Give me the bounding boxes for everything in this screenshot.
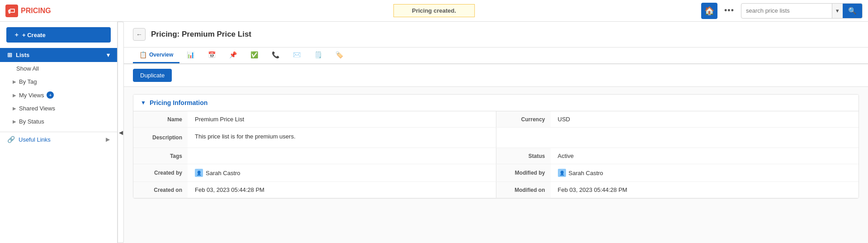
modified-on-label: Modified on <box>496 182 551 198</box>
page-title: Pricing: Premium Price List <box>151 30 251 39</box>
created-modified-on-row: Created on Feb 03, 2023 05:44:28 PM Modi… <box>133 182 859 198</box>
currency-label: Currency <box>496 111 551 127</box>
name-value: Premium Price List <box>188 111 496 127</box>
modified-by-label: Modified by <box>496 164 551 181</box>
pricing-information-section: ▼ Pricing Information Name Premium Price… <box>133 94 859 199</box>
search-dropdown-button[interactable]: ▾ <box>832 4 843 18</box>
back-button[interactable]: ← <box>133 28 146 41</box>
overview-tab-label: Overview <box>149 52 173 58</box>
lists-chevron-icon: ▾ <box>107 52 110 58</box>
pricing-section-header[interactable]: ▼ Pricing Information <box>133 95 859 111</box>
svg-text:🏷: 🏷 <box>8 7 15 15</box>
modified-by-field: Modified by 👤 Sarah Castro <box>496 164 859 181</box>
dots-icon: ••• <box>724 6 734 15</box>
modified-on-value: Feb 03, 2023 05:44:28 PM <box>551 182 859 198</box>
email-tab-icon: ✉️ <box>293 51 301 58</box>
created-by-value: 👤 Sarah Castro <box>188 164 496 181</box>
sidebar-item-useful-links[interactable]: 🔗 Useful Links ▶ <box>0 132 117 147</box>
sidebar-item-my-views[interactable]: ▶ My Views + <box>0 88 117 102</box>
created-by-field: Created by 👤 Sarah Castro <box>133 164 496 181</box>
pricing-logo-icon: 🏷 <box>5 5 18 17</box>
created-on-field: Created on Feb 03, 2023 05:44:28 PM <box>133 182 496 198</box>
by-tag-chevron-icon: ▶ <box>13 79 16 84</box>
modified-by-value: 👤 Sarah Castro <box>551 164 859 181</box>
tags-value <box>188 148 496 164</box>
sidebar-item-by-tag[interactable]: ▶ By Tag <box>0 75 117 88</box>
shared-views-chevron-icon: ▶ <box>13 106 16 111</box>
currency-value: USD <box>551 111 859 127</box>
by-status-chevron-icon: ▶ <box>13 119 16 124</box>
tab-tags[interactable]: 🏷️ <box>329 48 349 63</box>
description-value: This price list is for the premium users… <box>188 128 496 148</box>
collapse-icon: ◀ <box>119 129 123 136</box>
created-on-label: Created on <box>133 182 188 198</box>
duplicate-button[interactable]: Duplicate <box>133 69 172 82</box>
name-label: Name <box>133 111 188 127</box>
my-views-add-icon[interactable]: + <box>47 91 54 99</box>
created-on-value: Feb 03, 2023 05:44:28 PM <box>188 182 496 198</box>
status-field: Status Active <box>496 148 859 164</box>
content-area: ← Pricing: Premium Price List 📋 Overview… <box>124 22 868 243</box>
name-currency-row: Name Premium Price List Currency USD <box>133 111 859 128</box>
search-go-button[interactable]: 🔍 <box>843 3 862 19</box>
tab-overview[interactable]: 📋 Overview <box>133 48 179 63</box>
pin-tab-icon: 📌 <box>229 51 237 58</box>
app-logo: 🏷 PRICING <box>5 5 51 17</box>
create-icon: ＋ <box>14 31 19 39</box>
content-header: ← Pricing: Premium Price List <box>124 22 868 48</box>
description-label: Description <box>133 128 188 148</box>
lists-icon: ⊞ <box>7 52 12 58</box>
tags-status-row: Tags Status Active <box>133 148 859 164</box>
my-views-chevron-icon: ▶ <box>13 93 16 98</box>
home-button[interactable]: 🏠 <box>701 3 717 19</box>
calendar-tab-icon: 📅 <box>208 51 216 58</box>
modified-by-avatar-icon: 👤 <box>558 169 566 177</box>
tags-field: Tags <box>133 148 496 164</box>
tab-email[interactable]: ✉️ <box>287 48 307 63</box>
modified-on-field: Modified on Feb 03, 2023 05:44:28 PM <box>496 182 859 198</box>
tab-notes[interactable]: 🗒️ <box>308 48 328 63</box>
status-value: Active <box>551 148 859 164</box>
create-button[interactable]: ＋ + Create <box>6 27 111 43</box>
notification-bar: Pricing created. <box>393 4 475 17</box>
tasks-tab-icon: ✅ <box>250 51 258 58</box>
overview-tab-icon: 📋 <box>139 51 147 58</box>
sidebar-item-shared-views[interactable]: ▶ Shared Views <box>0 102 117 115</box>
notes-tab-icon: 🗒️ <box>314 51 322 58</box>
useful-links-chevron-icon: ▶ <box>106 136 110 143</box>
tab-list[interactable]: 📊 <box>180 48 201 63</box>
created-by-label: Created by <box>133 164 188 181</box>
tabs-bar: 📋 Overview 📊 📅 📌 ✅ 📞 ✉️ 🗒️ <box>124 48 868 64</box>
home-icon: 🏠 <box>704 6 714 16</box>
sidebar: ＋ + Create ⊞ Lists ▾ Show All ▶ By Tag ▶… <box>0 22 118 243</box>
created-by-avatar-icon: 👤 <box>195 169 203 177</box>
sidebar-collapse-button[interactable]: ◀ <box>118 22 124 243</box>
calls-tab-icon: 📞 <box>272 51 279 58</box>
main-layout: ＋ + Create ⊞ Lists ▾ Show All ▶ By Tag ▶… <box>0 22 868 243</box>
tags-tab-icon: 🏷️ <box>335 51 343 58</box>
more-options-button[interactable]: ••• <box>721 3 737 19</box>
sidebar-lists-section[interactable]: ⊞ Lists ▾ <box>0 48 117 62</box>
search-container: ▾ 🔍 <box>741 3 863 19</box>
tab-calls[interactable]: 📞 <box>265 48 286 63</box>
tab-calendar[interactable]: 📅 <box>202 48 222 63</box>
sidebar-item-by-status[interactable]: ▶ By Status <box>0 115 117 128</box>
currency-field: Currency USD <box>496 111 859 127</box>
action-bar: Duplicate <box>124 64 868 87</box>
search-input[interactable] <box>741 7 832 14</box>
name-field: Name Premium Price List <box>133 111 496 127</box>
description-field: Description This price list is for the p… <box>133 128 496 148</box>
tab-tasks[interactable]: ✅ <box>244 48 264 63</box>
pricing-section-chevron-icon: ▼ <box>141 100 146 106</box>
top-bar-right: 🏠 ••• ▾ 🔍 <box>701 3 863 19</box>
tab-pin[interactable]: 📌 <box>223 48 243 63</box>
list-tab-icon: 📊 <box>187 51 194 58</box>
description-right-spacer <box>496 128 859 148</box>
top-bar: 🏷 PRICING Pricing created. 🏠 ••• ▾ 🔍 <box>0 0 868 22</box>
back-icon: ← <box>136 31 142 38</box>
status-label: Status <box>496 148 551 164</box>
app-name: PRICING <box>21 7 51 15</box>
pricing-section-title: Pricing Information <box>150 99 208 106</box>
tags-label: Tags <box>133 148 188 164</box>
sidebar-item-show-all[interactable]: Show All <box>0 62 117 75</box>
